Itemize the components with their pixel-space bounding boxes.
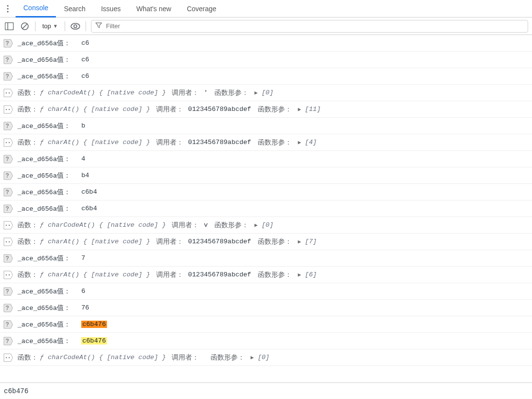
ace-value: c6: [81, 73, 89, 80]
svg-text:?: ?: [5, 288, 9, 295]
caller-label: 调用者：: [172, 89, 199, 97]
tab-console[interactable]: Console: [16, 0, 56, 18]
svg-text:?: ?: [5, 172, 9, 179]
question-icon: ?: [3, 336, 14, 346]
svg-text:?: ?: [5, 321, 9, 328]
args-array[interactable]: [0]: [262, 221, 273, 229]
ace-value: c6: [81, 39, 89, 47]
chevron-down-icon: ▼: [53, 23, 58, 29]
debug-icon: [3, 104, 14, 115]
ace-label: _ace_d656a值：: [18, 39, 74, 48]
toolbar-separator: [86, 21, 86, 31]
debug-icon: [3, 88, 14, 98]
ace-label: _ace_d656a值：: [18, 304, 74, 312]
console-prompt[interactable]: c6b476: [0, 382, 532, 399]
more-menu-icon[interactable]: [3, 4, 13, 14]
expand-icon[interactable]: ▶: [254, 222, 258, 228]
ace-value: c6: [81, 56, 89, 63]
toolbar-separator: [35, 21, 35, 31]
fn-body: ƒ charAt() { [native code] }: [40, 139, 150, 146]
fn-label: 函数：: [18, 138, 38, 147]
console-row: 函数： ƒ charAt() { [native code] }调用者：0123…: [0, 234, 532, 250]
expand-icon[interactable]: ▶: [298, 106, 301, 112]
console-row: 函数： ƒ charCodeAt() { [native code] }调用者：…: [0, 349, 532, 366]
caller-label: 调用者：: [172, 221, 199, 230]
svg-point-28: [6, 274, 7, 275]
console-row: ?_ace_d656a值： c6: [0, 52, 532, 68]
args-label: 函数形参：: [214, 89, 248, 97]
fn-body: ƒ charCodeAt() { [native code] }: [40, 221, 166, 229]
args-array[interactable]: [0]: [258, 354, 269, 361]
svg-text:?: ?: [5, 156, 9, 163]
caller-value: v: [204, 221, 208, 229]
args-array[interactable]: [6]: [305, 271, 317, 278]
console-row: ?_ace_d656a值： 7: [0, 250, 532, 267]
caller-label: 调用者：: [156, 105, 183, 114]
live-expression-icon[interactable]: [70, 21, 81, 32]
fn-label: 函数：: [18, 89, 38, 97]
console-row: 函数： ƒ charAt() { [native code] }调用者：0123…: [0, 101, 532, 118]
fn-label: 函数：: [18, 237, 38, 246]
ace-label: _ace_d656a值：: [18, 188, 74, 197]
ace-label: _ace_d656a值：: [18, 171, 74, 180]
tab-issues[interactable]: Issues: [93, 0, 128, 18]
svg-point-35: [9, 357, 10, 358]
expand-icon[interactable]: ▶: [298, 139, 301, 145]
svg-line-6: [23, 24, 27, 28]
svg-point-29: [9, 274, 10, 275]
debug-icon: [3, 137, 14, 148]
args-label: 函数形参：: [211, 353, 245, 362]
svg-text:?: ?: [5, 40, 9, 47]
debug-icon: [3, 220, 14, 231]
svg-text:?: ?: [5, 123, 9, 129]
question-icon: ?: [3, 170, 14, 181]
fn-label: 函数：: [18, 271, 38, 279]
console-row: ?_ace_d656a值： c6b476: [0, 316, 532, 333]
caller-label: 调用者：: [156, 237, 183, 246]
tab-whatsnew[interactable]: What's new: [128, 0, 179, 18]
tab-search[interactable]: Search: [56, 0, 93, 18]
expand-icon[interactable]: ▶: [298, 272, 301, 278]
ace-value: c6b476: [81, 337, 107, 345]
fn-body: ƒ charAt() { [native code] }: [40, 271, 150, 278]
args-array[interactable]: [7]: [305, 238, 317, 245]
svg-point-18: [9, 142, 10, 143]
console-row: 函数： ƒ charCodeAt() { [native code] }调用者：…: [0, 217, 532, 234]
filter-input[interactable]: [106, 22, 524, 30]
console-rows: ?_ace_d656a值： c6?_ace_d656a值： c6?_ace_d6…: [0, 35, 532, 382]
filter-box[interactable]: [91, 20, 528, 33]
console-row: 函数： ƒ charAt() { [native code] }调用者：0123…: [0, 134, 532, 151]
console-row: ?_ace_d656a值： b: [0, 118, 532, 134]
svg-point-8: [74, 25, 77, 28]
console-row: ?_ace_d656a值： c6: [0, 68, 532, 85]
console-row: ?_ace_d656a值： c6b476: [0, 333, 532, 349]
toolbar-separator: [65, 21, 65, 31]
fn-label: 函数：: [18, 105, 38, 114]
ace-value: 76: [81, 304, 89, 311]
args-array[interactable]: [4]: [305, 139, 317, 146]
expand-icon[interactable]: ▶: [254, 90, 258, 96]
ace-value: 7: [81, 254, 85, 262]
expand-icon[interactable]: ▶: [250, 354, 254, 361]
args-array[interactable]: [11]: [305, 106, 320, 113]
clear-console-icon[interactable]: [19, 21, 30, 32]
svg-point-25: [6, 241, 7, 242]
context-selector[interactable]: top ▼: [40, 22, 60, 30]
svg-text:?: ?: [5, 189, 9, 196]
expand-icon[interactable]: ▶: [298, 238, 301, 245]
caller-value: 0123456789abcdef: [188, 238, 251, 245]
ace-value: c6b4: [81, 205, 97, 212]
svg-text:?: ?: [5, 205, 9, 212]
filter-icon: [95, 22, 102, 30]
args-array[interactable]: [0]: [262, 89, 273, 96]
context-selector-label: top: [42, 22, 51, 30]
debug-icon: [3, 270, 14, 280]
svg-point-17: [6, 142, 7, 143]
toggle-sidebar-icon[interactable]: [4, 21, 15, 32]
ace-value: c6b4: [81, 188, 97, 196]
ace-label: _ace_d656a值：: [18, 55, 74, 64]
debug-icon: [3, 352, 14, 363]
fn-label: 函数：: [18, 353, 38, 362]
tab-coverage[interactable]: Coverage: [179, 0, 224, 18]
console-row: 函数： ƒ charAt() { [native code] }调用者：0123…: [0, 267, 532, 283]
